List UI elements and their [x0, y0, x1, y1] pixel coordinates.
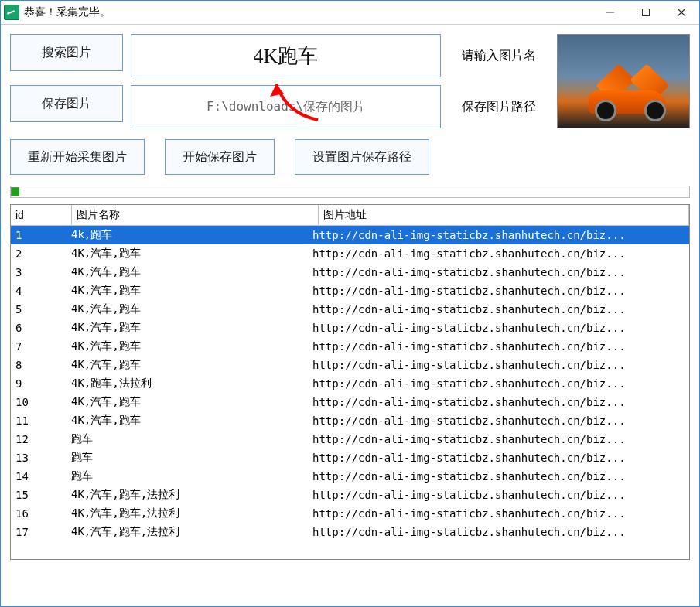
- cell-id: 2: [11, 247, 67, 260]
- start-save-button[interactable]: 开始保存图片: [165, 139, 275, 175]
- col-header-name[interactable]: 图片名称: [72, 205, 319, 225]
- progress-bar: [10, 186, 690, 198]
- save-row: 保存图片 F:\downloads\保存的图片 保存图片路径: [10, 85, 549, 128]
- set-save-path-button[interactable]: 设置图片保存路径: [295, 139, 429, 175]
- svg-rect-1: [643, 9, 650, 16]
- cell-id: 6: [11, 322, 67, 334]
- table-row[interactable]: 94K,跑车,法拉利http://cdn-ali-img-staticbz.sh…: [11, 374, 689, 393]
- table-row[interactable]: 44K,汽车,跑车http://cdn-ali-img-staticbz.sha…: [11, 281, 689, 300]
- cell-url: http://cdn-ali-img-staticbz.shanhutech.c…: [308, 433, 689, 445]
- search-input[interactable]: 4K跑车: [131, 34, 441, 77]
- table-row[interactable]: 54K,汽车,跑车http://cdn-ali-img-staticbz.sha…: [11, 300, 689, 319]
- cell-name: 4k,跑车: [67, 228, 308, 242]
- cell-url: http://cdn-ali-img-staticbz.shanhutech.c…: [308, 247, 689, 260]
- cell-id: 13: [11, 452, 67, 464]
- save-button[interactable]: 保存图片: [10, 85, 123, 122]
- cell-id: 14: [11, 470, 67, 483]
- cell-id: 4: [11, 285, 67, 297]
- progress-fill: [11, 187, 19, 196]
- cell-id: 17: [11, 526, 67, 538]
- cell-url: http://cdn-ali-img-staticbz.shanhutech.c…: [308, 322, 689, 334]
- cell-name: 4K,汽车,跑车,法拉利: [67, 506, 308, 520]
- table-row[interactable]: 164K,汽车,跑车,法拉利http://cdn-ali-img-staticb…: [11, 504, 689, 523]
- cell-url: http://cdn-ali-img-staticbz.shanhutech.c…: [308, 507, 689, 520]
- cell-url: http://cdn-ali-img-staticbz.shanhutech.c…: [308, 526, 689, 538]
- minimize-button[interactable]: [592, 1, 628, 24]
- save-path-label: 保存图片路径: [449, 85, 549, 128]
- cell-name: 4K,汽车,跑车: [67, 302, 308, 316]
- cell-name: 跑车: [67, 469, 308, 483]
- cell-id: 3: [11, 266, 67, 278]
- cell-name: 4K,汽车,跑车: [67, 284, 308, 298]
- maximize-button[interactable]: [628, 1, 664, 24]
- cell-id: 15: [11, 489, 67, 501]
- cell-url: http://cdn-ali-img-staticbz.shanhutech.c…: [308, 359, 689, 371]
- col-header-url[interactable]: 图片地址: [319, 205, 689, 225]
- cell-name: 跑车: [67, 451, 308, 465]
- restart-collect-button[interactable]: 重新开始采集图片: [10, 139, 145, 175]
- table-row[interactable]: 174K,汽车,跑车,法拉利http://cdn-ali-img-staticb…: [11, 523, 689, 541]
- table-row[interactable]: 14k,跑车http://cdn-ali-img-staticbz.shanhu…: [11, 226, 689, 244]
- save-path-input[interactable]: F:\downloads\保存的图片: [131, 85, 441, 128]
- cell-name: 4K,汽车,跑车: [67, 414, 308, 428]
- cell-url: http://cdn-ali-img-staticbz.shanhutech.c…: [308, 266, 689, 278]
- table-row[interactable]: 14跑车http://cdn-ali-img-staticbz.shanhute…: [11, 467, 689, 486]
- table-row[interactable]: 74K,汽车,跑车http://cdn-ali-img-staticbz.sha…: [11, 337, 689, 356]
- cell-url: http://cdn-ali-img-staticbz.shanhutech.c…: [308, 489, 689, 501]
- cell-name: 4K,汽车,跑车: [67, 247, 308, 261]
- cell-id: 11: [11, 414, 67, 427]
- cell-url: http://cdn-ali-img-staticbz.shanhutech.c…: [308, 285, 689, 297]
- cell-name: 4K,汽车,跑车: [67, 321, 308, 335]
- table-row[interactable]: 104K,汽车,跑车http://cdn-ali-img-staticbz.sh…: [11, 393, 689, 411]
- cell-url: http://cdn-ali-img-staticbz.shanhutech.c…: [308, 377, 689, 390]
- cell-id: 16: [11, 507, 67, 520]
- cell-url: http://cdn-ali-img-staticbz.shanhutech.c…: [308, 452, 689, 464]
- close-button[interactable]: [664, 1, 699, 24]
- cell-name: 4K,汽车,跑车: [67, 265, 308, 279]
- window-title: 恭喜！采集完毕。: [24, 5, 111, 19]
- minimize-icon: [606, 8, 615, 17]
- cell-id: 1: [11, 229, 67, 241]
- cell-url: http://cdn-ali-img-staticbz.shanhutech.c…: [308, 340, 689, 353]
- table-row[interactable]: 12跑车http://cdn-ali-img-staticbz.shanhute…: [11, 430, 689, 448]
- cell-id: 10: [11, 396, 67, 408]
- table-row[interactable]: 154K,汽车,跑车,法拉利http://cdn-ali-img-staticb…: [11, 486, 689, 504]
- car-wheel-icon: [595, 100, 616, 121]
- search-button[interactable]: 搜索图片: [10, 34, 123, 71]
- cell-id: 7: [11, 340, 67, 353]
- cell-name: 4K,汽车,跑车: [67, 339, 308, 353]
- cell-name: 4K,汽车,跑车: [67, 358, 308, 372]
- client-area: 搜索图片 4K跑车 请输入图片名 保存图片 F:\downloads\保存的图片…: [1, 25, 699, 569]
- cell-name: 4K,汽车,跑车,法拉利: [67, 488, 308, 502]
- app-icon: [4, 5, 19, 20]
- cell-url: http://cdn-ali-img-staticbz.shanhutech.c…: [308, 303, 689, 315]
- table-row[interactable]: 114K,汽车,跑车http://cdn-ali-img-staticbz.sh…: [11, 411, 689, 430]
- grid-body[interactable]: 14k,跑车http://cdn-ali-img-staticbz.shanhu…: [11, 226, 689, 559]
- table-row[interactable]: 24K,汽车,跑车http://cdn-ali-img-staticbz.sha…: [11, 244, 689, 263]
- car-wheel-icon: [644, 100, 666, 121]
- cell-name: 4K,汽车,跑车,法拉利: [67, 525, 308, 539]
- cell-id: 9: [11, 377, 67, 390]
- table-row[interactable]: 13跑车http://cdn-ali-img-staticbz.shanhute…: [11, 448, 689, 467]
- titlebar: 恭喜！采集完毕。: [1, 1, 699, 25]
- table-row[interactable]: 84K,汽车,跑车http://cdn-ali-img-staticbz.sha…: [11, 356, 689, 374]
- cell-id: 12: [11, 433, 67, 445]
- cell-name: 4K,跑车,法拉利: [67, 377, 308, 390]
- cell-url: http://cdn-ali-img-staticbz.shanhutech.c…: [308, 229, 689, 241]
- cell-url: http://cdn-ali-img-staticbz.shanhutech.c…: [308, 396, 689, 408]
- close-icon: [677, 8, 686, 17]
- app-window: 恭喜！采集完毕。 搜索图片 4K跑车 请输入图片名 保存图片: [0, 0, 700, 607]
- table-row[interactable]: 64K,汽车,跑车http://cdn-ali-img-staticbz.sha…: [11, 319, 689, 337]
- cell-id: 8: [11, 359, 67, 371]
- grid-header: id 图片名称 图片地址: [11, 205, 689, 226]
- maximize-icon: [641, 8, 650, 17]
- preview-image: [557, 34, 690, 128]
- table-row[interactable]: 34K,汽车,跑车http://cdn-ali-img-staticbz.sha…: [11, 263, 689, 281]
- results-grid: id 图片名称 图片地址 14k,跑车http://cdn-ali-img-st…: [10, 204, 690, 560]
- search-row: 搜索图片 4K跑车 请输入图片名: [10, 34, 549, 77]
- col-header-id[interactable]: id: [11, 205, 72, 225]
- cell-url: http://cdn-ali-img-staticbz.shanhutech.c…: [308, 470, 689, 483]
- cell-name: 4K,汽车,跑车: [67, 395, 308, 409]
- cell-name: 跑车: [67, 432, 308, 446]
- cell-id: 5: [11, 303, 67, 315]
